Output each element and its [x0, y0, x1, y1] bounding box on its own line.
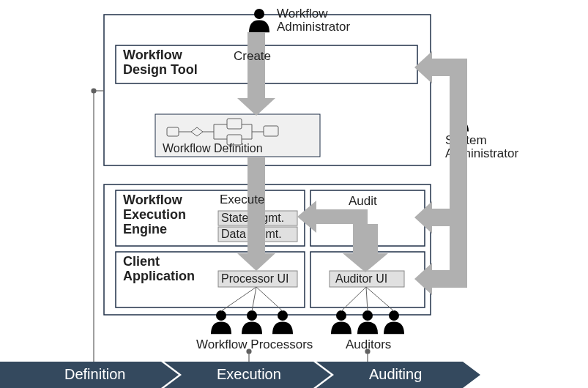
- arrow-audit-down: [343, 224, 388, 272]
- arrow-audit-label: Audit: [349, 194, 377, 208]
- design-tool-label: WorkflowDesign Tool: [123, 48, 198, 77]
- exec-engine-label: WorkflowExecutionEngine: [123, 193, 186, 236]
- phase-chevrons: Definition Execution Auditing: [0, 362, 480, 388]
- arrow-execute-label: Execute: [220, 193, 264, 206]
- auditors-icons: [331, 310, 404, 334]
- diagram-svg: WorkflowDesign Tool Workflow Definition …: [0, 0, 588, 388]
- arrow-create-label: Create: [234, 49, 271, 63]
- diagram-root: WorkflowDesign Tool Workflow Definition …: [0, 0, 588, 388]
- phase-auditing-label: Auditing: [369, 366, 422, 382]
- phase-execution-label: Execution: [217, 366, 281, 382]
- svg-point-18: [365, 349, 370, 354]
- workflow-processors-label: Workflow Processors: [196, 337, 313, 351]
- auditor-ui-label: Auditor UI: [335, 272, 387, 285]
- workflow-admin-label: WorkflowAdministrator: [277, 7, 350, 34]
- processor-ui-label: Processor UI: [221, 272, 289, 285]
- phase-definition-label: Definition: [64, 366, 125, 382]
- client-app-label: ClientApplication: [123, 254, 195, 283]
- svg-rect-6: [450, 59, 467, 288]
- arrow-create: [237, 32, 275, 116]
- arrow-sysadmin: [414, 51, 467, 295]
- svg-point-16: [247, 349, 251, 354]
- workflow-admin-icon: [249, 9, 269, 32]
- workflow-definition-label: Workflow Definition: [163, 142, 263, 154]
- workflow-processors-icons: [211, 310, 293, 334]
